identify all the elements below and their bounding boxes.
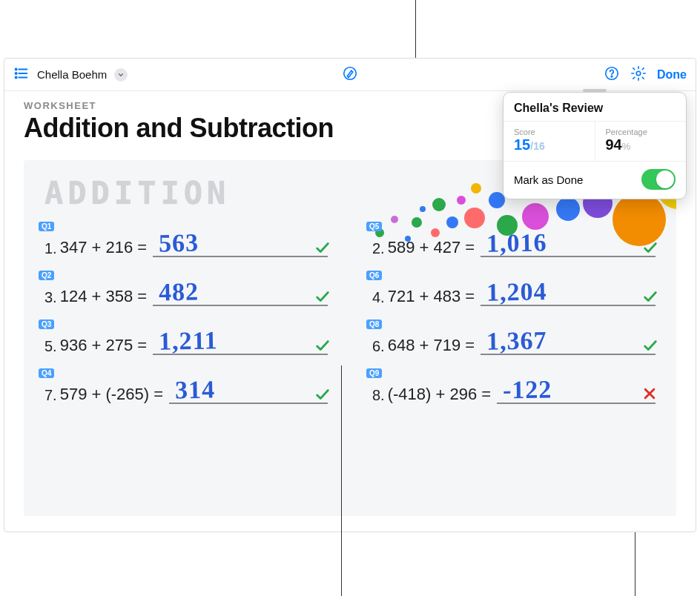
question-text: 347 + 216 =: [60, 238, 147, 257]
check-icon[interactable]: [642, 239, 658, 256]
question-badge: Q1: [39, 222, 54, 231]
callout-line: [635, 532, 635, 596]
answer-field[interactable]: 563: [153, 232, 328, 257]
student-answer: 563: [159, 229, 199, 258]
score-value: 15: [514, 136, 530, 153]
question-number: 2.: [372, 240, 385, 257]
callout-line: [341, 365, 342, 596]
answer-field[interactable]: 314: [169, 379, 328, 404]
svg-point-9: [636, 71, 641, 76]
score-total: 16: [533, 140, 545, 152]
question-text: 936 + 275 =: [60, 336, 147, 355]
question-text: 589 + 427 =: [388, 238, 475, 257]
svg-point-0: [16, 68, 17, 70]
mark-done-label: Mark as Done: [514, 173, 583, 186]
percentage-stat: Percentage 94%: [595, 122, 687, 161]
cross-icon[interactable]: [642, 386, 658, 403]
question-text: 721 + 483 =: [388, 287, 475, 306]
answer-field[interactable]: -122: [497, 379, 656, 404]
question-row[interactable]: Q35.936 + 275 =1,211: [44, 330, 328, 355]
student-answer: 1,016: [486, 228, 547, 257]
question-number: 1.: [44, 240, 57, 257]
question-badge: Q2: [39, 271, 54, 280]
gear-icon[interactable]: [630, 65, 647, 85]
question-column-left: Q11.347 + 216 =563Q23.124 + 358 =482Q35.…: [44, 232, 328, 404]
worksheet-body: ADDITION Q11.347 + 216 =563Q23.124 + 358…: [24, 160, 676, 516]
check-icon[interactable]: [642, 288, 658, 305]
check-icon[interactable]: [314, 337, 331, 354]
svg-point-8: [611, 76, 612, 77]
markup-icon[interactable]: [342, 71, 358, 84]
student-answer: 314: [175, 376, 216, 405]
svg-point-13: [412, 217, 422, 228]
question-column-right: Q52.589 + 427 =1,016Q64.721 + 483 =1,204…: [372, 232, 656, 404]
student-answer: 1,211: [159, 326, 218, 355]
question-row[interactable]: Q52.589 + 427 =1,016: [372, 232, 656, 257]
mark-done-toggle[interactable]: [641, 169, 676, 190]
svg-point-11: [391, 216, 398, 223]
drag-handle[interactable]: [583, 89, 607, 92]
student-answer: 1,204: [486, 277, 547, 306]
question-row[interactable]: Q64.721 + 483 =1,204: [372, 281, 656, 306]
question-badge: Q3: [39, 319, 54, 329]
check-icon[interactable]: [642, 337, 658, 354]
percentage-label: Percentage: [606, 128, 676, 136]
svg-point-2: [16, 72, 17, 73]
score-label: Score: [514, 128, 584, 136]
svg-point-17: [446, 216, 458, 228]
answer-field[interactable]: 1,016: [481, 232, 656, 257]
check-icon[interactable]: [314, 239, 331, 256]
percentage-value: 94: [606, 136, 622, 153]
answer-field[interactable]: 1,367: [481, 330, 656, 355]
question-text: (-418) + 296 =: [388, 385, 491, 404]
question-badge: Q8: [366, 319, 382, 329]
question-number: 7.: [44, 387, 57, 404]
question-number: 5.: [44, 338, 57, 355]
app-frame: Chella Boehm: [4, 58, 696, 532]
toolbar: Chella Boehm: [4, 59, 696, 91]
question-badge: Q4: [39, 368, 54, 378]
check-icon[interactable]: [314, 288, 331, 305]
question-row[interactable]: Q11.347 + 216 =563: [44, 232, 328, 257]
question-row[interactable]: Q86.648 + 719 =1,367: [372, 330, 656, 355]
list-icon[interactable]: [13, 65, 30, 85]
question-number: 3.: [44, 289, 57, 306]
question-text: 579 + (-265) =: [60, 385, 163, 404]
answer-field[interactable]: 1,211: [153, 330, 328, 355]
answer-field[interactable]: 482: [153, 281, 328, 306]
question-text: 648 + 719 =: [388, 336, 475, 355]
question-row[interactable]: Q47.579 + (-265) =314: [44, 379, 328, 404]
check-icon[interactable]: [314, 386, 331, 403]
question-badge: Q5: [366, 222, 382, 231]
svg-point-4: [16, 76, 17, 78]
review-title: Chella's Review: [503, 93, 686, 121]
question-text: 124 + 358 =: [60, 287, 147, 306]
callout-line: [415, 0, 416, 58]
question-row[interactable]: Q23.124 + 358 =482: [44, 281, 328, 306]
question-number: 6.: [372, 338, 385, 355]
student-answer: -122: [503, 375, 552, 404]
percentage-unit: %: [622, 141, 631, 152]
question-number: 4.: [372, 289, 385, 306]
student-answer: 482: [159, 278, 199, 307]
student-name[interactable]: Chella Boehm: [37, 68, 107, 81]
question-badge: Q9: [366, 368, 382, 378]
review-panel: Chella's Review Score 15/16 Percentage 9…: [503, 92, 687, 199]
score-stat: Score 15/16: [503, 122, 595, 161]
student-answer: 1,367: [486, 326, 547, 355]
answer-field[interactable]: 1,204: [481, 281, 656, 306]
help-icon[interactable]: [604, 65, 620, 85]
question-badge: Q6: [366, 271, 382, 280]
question-row[interactable]: Q98.(-418) + 296 =-122: [372, 379, 656, 404]
chevron-down-icon[interactable]: [114, 68, 128, 82]
done-button[interactable]: Done: [657, 68, 687, 82]
question-number: 8.: [372, 387, 385, 404]
